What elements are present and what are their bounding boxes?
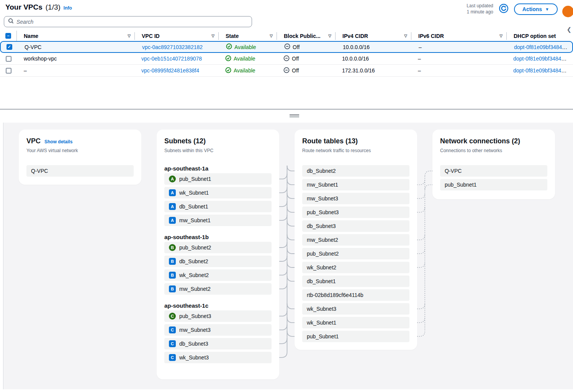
route-tables-card-subtitle: Route network traffic to resources bbox=[302, 148, 409, 153]
subnets-card-items: ap-southeast-1aApub_Subnet1Awk_Subnet1Ad… bbox=[164, 165, 272, 366]
az-a-badge-icon: A bbox=[169, 203, 176, 210]
dhcp-option-set-cell: dopt-0f81e09bf348455... bbox=[507, 44, 572, 50]
vpc-id-cell: vpc-08995fd2481e838f4 bbox=[134, 67, 218, 74]
column-header-dhcp-option-set[interactable]: DHCP option set bbox=[506, 32, 573, 40]
subnet-label: db_Subnet2 bbox=[179, 258, 208, 264]
route-table-item[interactable]: db_Subnet2 bbox=[302, 165, 409, 177]
subnet-label: wk_Subnet3 bbox=[179, 354, 209, 361]
subnet-item[interactable]: Bwk_Subnet2 bbox=[164, 269, 272, 281]
column-header-name[interactable]: Name▽ bbox=[17, 32, 134, 40]
column-header-label: IPv4 CIDR bbox=[342, 33, 368, 39]
subnets-card: Subnets (12) Subnets within this VPC ap-… bbox=[157, 130, 279, 379]
route-table-item[interactable]: pub_Subnet2 bbox=[302, 248, 409, 259]
row-checkbox[interactable] bbox=[6, 68, 11, 74]
subnet-item[interactable]: Adb_Subnet1 bbox=[164, 201, 272, 212]
state-cell: Available bbox=[218, 67, 277, 74]
show-details-link[interactable]: Show details bbox=[44, 139, 72, 144]
subnet-item[interactable]: Cdb_Subnet3 bbox=[164, 338, 272, 349]
route-table-item[interactable]: mw_Subnet1 bbox=[302, 179, 409, 190]
sort-icon[interactable]: ▽ bbox=[270, 34, 273, 38]
info-link[interactable]: Info bbox=[64, 5, 72, 11]
subnet-item[interactable]: Bmw_Subnet2 bbox=[164, 283, 272, 295]
column-header-block-public-[interactable]: Block Public...▽ bbox=[277, 32, 335, 40]
route-table-item[interactable]: pub_Subnet3 bbox=[302, 207, 409, 218]
subnet-item[interactable]: Bdb_Subnet2 bbox=[164, 256, 272, 267]
dhcp-option-set-link[interactable]: dopt-0f81e09bf348455... bbox=[513, 67, 572, 74]
dhcp-option-set-cell: dopt-0f81e09bf348455... bbox=[506, 67, 573, 74]
column-header-ipv4-cidr[interactable]: IPv4 CIDR▽ bbox=[335, 32, 411, 40]
ipv4-cidr-cell: 172.31.0.0/16 bbox=[335, 67, 411, 74]
column-header-state[interactable]: State▽ bbox=[218, 32, 277, 40]
subnet-label: mw_Subnet1 bbox=[179, 217, 211, 223]
actions-button[interactable]: Actions ▼ bbox=[514, 3, 558, 15]
subnet-label: db_Subnet3 bbox=[179, 341, 208, 347]
network-card-subtitle: Connections to other networks bbox=[440, 148, 547, 153]
route-table-item[interactable]: wk_Subnet3 bbox=[302, 303, 409, 315]
vpc-card-title: VPC bbox=[26, 137, 41, 145]
network-connection-item[interactable]: pub_Subnet1 bbox=[440, 179, 547, 190]
available-icon bbox=[225, 67, 231, 74]
ipv6-cidr-cell: – bbox=[411, 67, 506, 74]
network-connection-item[interactable]: Q-VPC bbox=[440, 165, 547, 177]
route-tables-card-items: db_Subnet2mw_Subnet1mw_Subnet3pub_Subnet… bbox=[302, 165, 409, 342]
route-table-item[interactable]: rtb-02b8d189cf6e4114b bbox=[302, 289, 409, 301]
subnet-label: db_Subnet1 bbox=[179, 203, 208, 210]
ipv4-cidr-cell: 10.0.0.0/16 bbox=[336, 44, 412, 50]
route-table-item[interactable]: mw_Subnet3 bbox=[302, 193, 409, 204]
sort-icon[interactable]: ▽ bbox=[128, 34, 131, 38]
create-vpc-button-partial[interactable] bbox=[562, 6, 573, 17]
route-table-item[interactable]: wk_Subnet2 bbox=[302, 262, 409, 273]
column-header-vpc-id[interactable]: VPC ID▽ bbox=[134, 32, 218, 40]
subnet-item[interactable]: Awk_Subnet1 bbox=[164, 187, 272, 198]
sort-icon[interactable]: ▽ bbox=[328, 34, 331, 38]
vpc-card-subtitle: Your AWS virtual network bbox=[26, 148, 134, 153]
dhcp-option-set-link[interactable]: dopt-0f81e09bf348455... bbox=[514, 44, 572, 50]
search-input[interactable] bbox=[16, 19, 248, 25]
selection-count: (1/3) bbox=[46, 3, 61, 11]
ipv4-cidr-cell: 10.0.0.0/16 bbox=[335, 56, 411, 62]
subnet-item[interactable]: Apub_Subnet1 bbox=[164, 173, 272, 185]
sort-icon[interactable]: ▽ bbox=[211, 34, 214, 38]
az-a-badge-icon: A bbox=[169, 175, 176, 182]
subnet-label: mw_Subnet3 bbox=[179, 327, 211, 333]
select-all-checkbox[interactable]: – bbox=[5, 33, 11, 39]
subnets-card-subtitle: Subnets within this VPC bbox=[164, 148, 272, 153]
subnet-item[interactable]: Amw_Subnet1 bbox=[164, 215, 272, 226]
dhcp-option-set-link[interactable]: dopt-0f81e09bf348455... bbox=[513, 56, 572, 62]
az-heading: ap-southeast-1a bbox=[164, 165, 272, 172]
network-card-title: Network connections (2) bbox=[440, 137, 520, 145]
route-table-item[interactable]: mw_Subnet2 bbox=[302, 234, 409, 246]
vpc-card-items: Q-VPC bbox=[26, 165, 134, 177]
subnets-card-title: Subnets (12) bbox=[164, 137, 206, 145]
network-card-items: Q-VPCpub_Subnet1 bbox=[440, 165, 547, 190]
row-checkbox[interactable]: ✓ bbox=[7, 44, 12, 50]
route-table-item[interactable]: db_Subnet3 bbox=[302, 220, 409, 232]
subnet-item[interactable]: Cwk_Subnet3 bbox=[164, 352, 272, 363]
row-checkbox[interactable] bbox=[6, 56, 11, 62]
az-a-badge-icon: A bbox=[169, 189, 176, 196]
route-table-item[interactable]: pub_Subnet1 bbox=[302, 331, 409, 342]
sort-icon[interactable]: ▽ bbox=[404, 34, 407, 38]
block-off-icon bbox=[283, 55, 290, 62]
subnet-item[interactable]: Bpub_Subnet2 bbox=[164, 242, 272, 253]
route-tables-card: Route tables (13) Route network traffic … bbox=[295, 130, 417, 350]
column-header-ipv6-cidr[interactable]: IPv6 CIDR▽ bbox=[411, 32, 506, 40]
route-table-item[interactable]: db_Subnet1 bbox=[302, 276, 409, 287]
vpc-id-link[interactable]: vpc-0ac89271032382182 bbox=[142, 44, 203, 50]
vpc-name-cell: Q-VPC bbox=[18, 44, 135, 50]
sort-icon[interactable]: ▽ bbox=[499, 34, 503, 38]
route-table-item[interactable]: wk_Subnet1 bbox=[302, 317, 409, 328]
split-panel-divider bbox=[0, 109, 573, 110]
dhcp-option-set-cell: dopt-0f81e09bf348455... bbox=[506, 56, 573, 62]
az-b-badge-icon: B bbox=[169, 272, 176, 279]
vpc-id-link[interactable]: vpc-08995fd2481e838f4 bbox=[141, 67, 199, 74]
refresh-button[interactable] bbox=[498, 3, 509, 15]
split-panel-drag-handle[interactable] bbox=[290, 115, 299, 118]
vpc-id-link[interactable]: vpc-0eb151c4072189078 bbox=[141, 56, 202, 62]
search-box bbox=[4, 16, 252, 27]
subnet-label: wk_Subnet2 bbox=[179, 272, 209, 278]
vpc-id-cell: vpc-0eb151c4072189078 bbox=[134, 56, 218, 62]
vpc-map-item[interactable]: Q-VPC bbox=[26, 165, 134, 177]
subnet-item[interactable]: Cmw_Subnet3 bbox=[164, 324, 272, 336]
subnet-item[interactable]: Cpub_Subnet3 bbox=[164, 310, 272, 322]
